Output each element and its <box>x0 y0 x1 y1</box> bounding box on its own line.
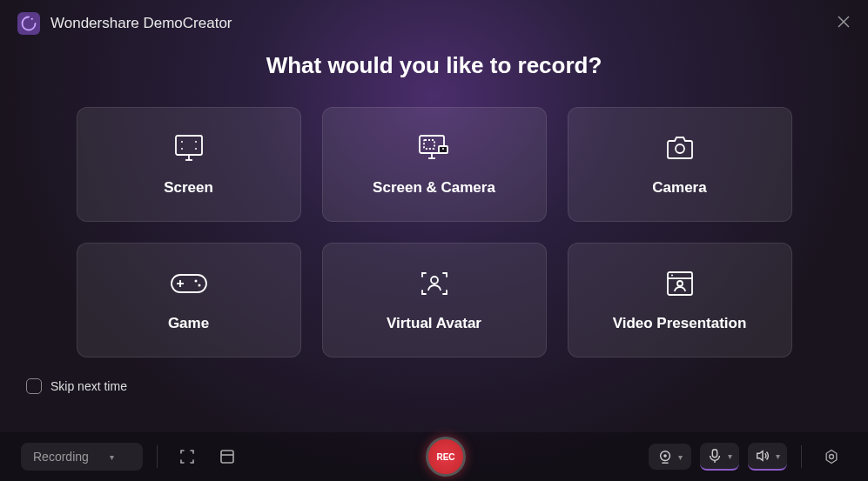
svg-point-29 <box>663 454 667 458</box>
svg-point-19 <box>194 280 197 283</box>
screen-icon <box>172 132 206 164</box>
card-screen[interactable]: Screen <box>77 107 301 222</box>
header: Wondershare DemoCreator <box>0 0 868 47</box>
mode-label: Recording <box>33 450 89 464</box>
svg-marker-33 <box>826 451 837 464</box>
card-label: Screen & Camera <box>373 179 495 197</box>
svg-rect-26 <box>221 451 233 463</box>
svg-point-24 <box>671 275 673 277</box>
camera-icon <box>663 132 697 164</box>
app-title: Wondershare DemoCreator <box>50 15 232 32</box>
microphone-dropdown[interactable]: ▾ <box>700 443 739 471</box>
chevron-down-icon: ▾ <box>110 452 114 462</box>
card-label: Camera <box>652 179 706 197</box>
card-grid: Screen Screen & Camera Camera <box>0 107 868 357</box>
record-label: REC <box>436 452 454 462</box>
card-virtual-avatar[interactable]: Virtual Avatar <box>322 243 547 357</box>
chevron-down-icon: ▾ <box>728 451 732 461</box>
divider <box>801 445 802 468</box>
card-label: Video Presentation <box>613 315 747 332</box>
header-left: Wondershare DemoCreator <box>17 12 232 35</box>
toolbar: Recording ▾ REC ▾ <box>0 432 868 481</box>
card-label: Virtual Avatar <box>387 315 481 332</box>
card-game[interactable]: Game <box>77 243 301 357</box>
card-video-presentation[interactable]: Video Presentation <box>568 243 792 357</box>
app-logo-icon <box>17 12 40 35</box>
skip-label: Skip next time <box>50 379 127 393</box>
svg-point-16 <box>676 144 684 153</box>
svg-point-0 <box>31 18 33 20</box>
card-screen-camera[interactable]: Screen & Camera <box>322 107 547 222</box>
mode-dropdown[interactable]: Recording ▾ <box>21 443 143 471</box>
presentation-icon <box>663 268 697 299</box>
svg-rect-31 <box>712 450 717 458</box>
svg-point-21 <box>431 277 438 284</box>
game-icon <box>170 268 208 299</box>
divider <box>157 445 158 468</box>
svg-point-9 <box>195 148 197 150</box>
screen-area-button[interactable] <box>172 441 203 472</box>
webcam-icon <box>657 449 673 464</box>
window-button[interactable] <box>212 441 243 472</box>
chevron-down-icon: ▾ <box>678 452 683 462</box>
svg-rect-3 <box>176 136 202 155</box>
skip-checkbox[interactable] <box>26 378 42 394</box>
svg-point-7 <box>195 141 197 143</box>
close-button[interactable] <box>837 15 851 33</box>
avatar-icon <box>417 268 452 299</box>
svg-point-20 <box>198 284 200 287</box>
svg-point-34 <box>830 455 834 459</box>
card-label: Game <box>168 315 209 332</box>
card-camera[interactable]: Camera <box>568 107 792 222</box>
webcam-dropdown[interactable]: ▾ <box>649 444 691 470</box>
microphone-icon <box>707 448 723 464</box>
svg-point-6 <box>181 141 183 143</box>
main-heading: What would you like to record? <box>0 52 868 79</box>
settings-button[interactable] <box>816 441 847 472</box>
svg-rect-11 <box>424 140 434 149</box>
screen-camera-icon <box>415 132 454 164</box>
svg-point-25 <box>677 281 683 286</box>
svg-point-8 <box>181 148 183 150</box>
speaker-icon <box>755 448 770 464</box>
svg-point-15 <box>442 148 444 150</box>
speaker-dropdown[interactable]: ▾ <box>748 443 787 471</box>
card-label: Screen <box>164 179 213 197</box>
skip-row: Skip next time <box>0 357 868 404</box>
chevron-down-icon: ▾ <box>776 451 780 461</box>
record-button[interactable]: REC <box>426 437 466 477</box>
